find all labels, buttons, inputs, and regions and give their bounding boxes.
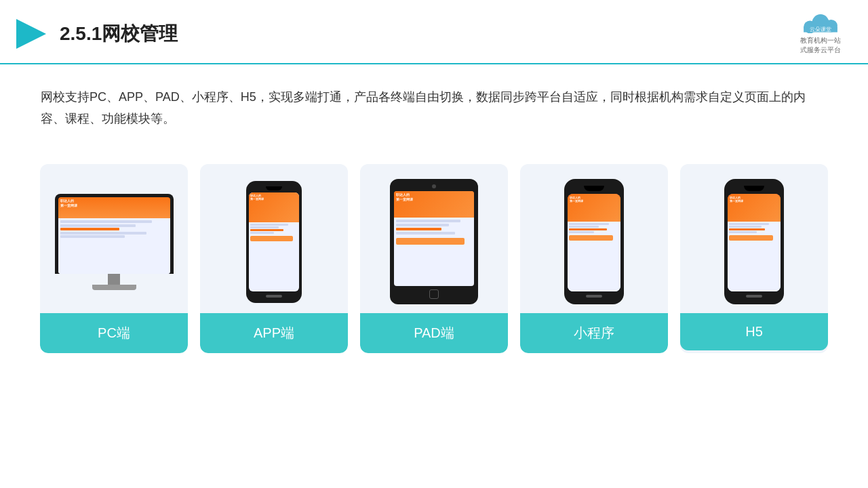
- play-icon: [14, 16, 49, 52]
- page-title: 2.5.1网校管理: [60, 21, 178, 47]
- logo-icon: 云朵课堂: [793, 12, 848, 36]
- app-phone-mockup: 职达人的第一堂网课: [246, 181, 302, 303]
- card-app-image: 职达人的第一堂网课: [200, 164, 348, 313]
- tablet-mockup: 职达人的第一堂网课: [390, 179, 478, 304]
- pc-mockup: 职达人的第一堂网课: [55, 194, 174, 290]
- tablet-screen: 职达人的第一堂网课: [394, 191, 474, 286]
- card-pc: 职达人的第一堂网课 PC端: [40, 164, 188, 353]
- description-text: 网校支持PC、APP、PAD、小程序、H5，实现多端打通，产品各终端自由切换，数…: [0, 64, 868, 144]
- svg-marker-0: [16, 19, 46, 49]
- card-miniprogram-label: 小程序: [520, 313, 668, 353]
- device-cards-container: 职达人的第一堂网课 PC端: [0, 144, 868, 353]
- h5-screen: 职达人的第一堂网课: [728, 194, 781, 291]
- card-pc-label: PC端: [40, 313, 188, 353]
- h5-phone-mockup: 职达人的第一堂网课: [724, 179, 784, 304]
- card-app-label: APP端: [200, 313, 348, 353]
- page-header: 2.5.1网校管理 云朵课堂 教育机构一站式服务云平台: [0, 0, 868, 64]
- card-pad: 职达人的第一堂网课 PAD端: [360, 164, 508, 353]
- description-content: 网校支持PC、APP、PAD、小程序、H5，实现多端打通，产品各终端自由切换，数…: [41, 86, 827, 130]
- card-app: 职达人的第一堂网课 APP端: [200, 164, 348, 353]
- card-pad-label: PAD端: [360, 313, 508, 353]
- card-pc-image: 职达人的第一堂网课: [40, 164, 188, 313]
- card-h5: 职达人的第一堂网课 H5: [680, 164, 828, 353]
- card-h5-label: H5: [680, 313, 828, 350]
- miniprogram-phone-mockup: 职达人的第一堂网课: [564, 179, 624, 304]
- logo-tagline: 教育机构一站式服务云平台: [800, 36, 841, 55]
- card-h5-image: 职达人的第一堂网课: [680, 164, 828, 313]
- miniprogram-screen: 职达人的第一堂网课: [568, 194, 620, 291]
- card-miniprogram-image: 职达人的第一堂网课: [520, 164, 668, 313]
- card-pad-image: 职达人的第一堂网课: [360, 164, 508, 313]
- card-miniprogram: 职达人的第一堂网课 小程序: [520, 164, 668, 353]
- svg-text:云朵课堂: 云朵课堂: [810, 26, 831, 33]
- logo-area: 云朵课堂 教育机构一站式服务云平台: [793, 12, 848, 55]
- header-left: 2.5.1网校管理: [14, 16, 178, 52]
